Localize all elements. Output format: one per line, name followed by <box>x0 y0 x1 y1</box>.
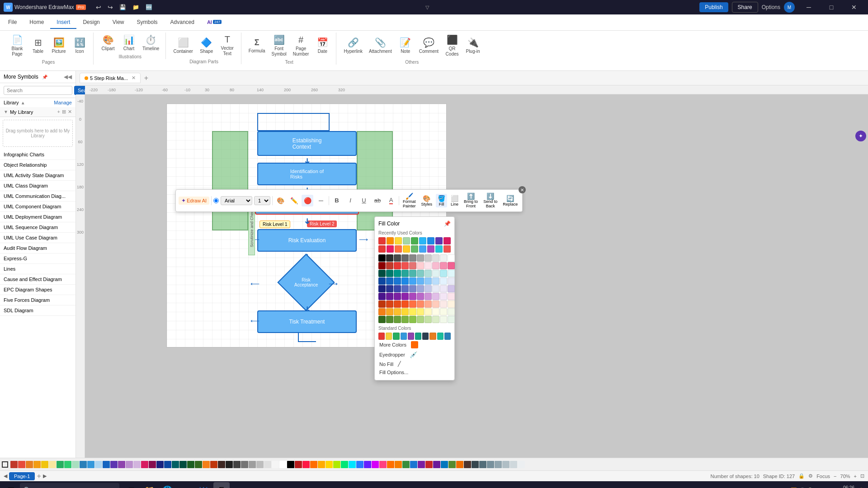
search-input[interactable] <box>4 86 72 95</box>
windows-start-button[interactable]: ⊞ <box>4 483 18 488</box>
palette-color-swatch[interactable] <box>386 293 393 300</box>
color-bar-swatch[interactable] <box>310 461 317 468</box>
palette-color-swatch[interactable] <box>409 277 416 285</box>
underline-button[interactable]: U <box>358 195 370 206</box>
toolbar-close-button[interactable]: ✕ <box>519 186 526 193</box>
edraw-app[interactable]: E <box>213 482 230 488</box>
palette-color-swatch[interactable] <box>448 254 455 262</box>
fit-page-button[interactable]: ⊡ <box>860 473 864 479</box>
color-bar-swatch[interactable] <box>295 461 302 468</box>
color-bar-swatch[interactable] <box>187 461 194 468</box>
picture-button[interactable]: 🖼️ Picture <box>49 35 69 56</box>
strikethrough-button[interactable]: ab <box>372 195 383 206</box>
palette-color-swatch[interactable] <box>425 277 432 285</box>
page-1-tab[interactable]: Page-1 <box>9 472 35 480</box>
fc-tisk-treatment[interactable]: Tisk Treatment <box>257 310 357 333</box>
fc-side-right[interactable] <box>357 131 393 230</box>
color-bar-swatch[interactable] <box>226 461 233 468</box>
my-library-close-icon[interactable]: ✕ <box>68 109 72 115</box>
page-nav-left[interactable]: ◀ <box>4 473 7 479</box>
shape-button[interactable]: 🔷 Shape <box>197 35 217 56</box>
standard-color-swatch[interactable] <box>415 333 421 340</box>
recently-used-color-swatch[interactable] <box>435 245 443 253</box>
palette-color-swatch[interactable] <box>386 300 393 308</box>
color-bar-swatch[interactable] <box>287 461 294 468</box>
container-button[interactable]: ⬜ Container <box>170 35 195 56</box>
palette-color-swatch[interactable] <box>425 300 432 308</box>
my-library-grid-icon[interactable]: ⊞ <box>62 109 66 115</box>
palette-color-swatch[interactable] <box>425 254 432 262</box>
palette-color-swatch[interactable] <box>386 285 393 292</box>
zoom-out-button[interactable]: − <box>834 474 836 479</box>
icon-button[interactable]: 🔣 Icon <box>70 35 90 56</box>
color-bar-swatch[interactable] <box>26 461 33 468</box>
focus-mode[interactable]: Focus <box>816 474 830 479</box>
color-bar-swatch[interactable] <box>356 461 363 468</box>
fill-button[interactable]: 🪣 Fill <box>436 194 447 207</box>
palette-color-swatch[interactable] <box>425 270 432 277</box>
fc-establishing-context[interactable]: EstablishingContext <box>257 131 357 156</box>
sidebar-item-five-forces[interactable]: Five Forces Diagram ✕ <box>0 295 75 305</box>
font-size-selector[interactable]: 13 <box>254 196 270 205</box>
palette-color-swatch[interactable] <box>417 277 424 285</box>
color-bar-swatch[interactable] <box>518 461 525 468</box>
color-bar-swatch[interactable] <box>118 461 125 468</box>
palette-color-swatch[interactable] <box>386 316 393 323</box>
palette-color-swatch[interactable] <box>417 316 424 323</box>
standard-color-swatch[interactable] <box>408 333 414 340</box>
color-bar-swatch[interactable] <box>64 461 71 468</box>
palette-color-swatch[interactable] <box>386 270 393 277</box>
recently-used-color-swatch[interactable] <box>411 237 418 244</box>
tab-design[interactable]: Design <box>76 16 106 29</box>
color-bar-swatch[interactable] <box>57 461 64 468</box>
palette-color-swatch[interactable] <box>401 254 409 262</box>
formula-button[interactable]: Σ Formula <box>246 36 268 56</box>
color-bar-swatch[interactable] <box>41 461 48 468</box>
palette-color-swatch[interactable] <box>440 316 447 323</box>
sidebar-item-infographic-charts[interactable]: Infographic Charts ✕ <box>0 150 75 160</box>
color-bar-swatch[interactable] <box>249 461 256 468</box>
palette-color-swatch[interactable] <box>448 316 455 323</box>
font-selector[interactable]: Arial <box>221 196 252 205</box>
sidebar-item-uml-sequence[interactable]: UML Sequence Diagram ✕ <box>0 222 75 233</box>
palette-color-swatch[interactable] <box>440 254 447 262</box>
standard-color-swatch[interactable] <box>378 333 385 340</box>
palette-color-swatch[interactable] <box>401 262 409 269</box>
color-bar-swatch[interactable] <box>464 461 471 468</box>
color-bar-swatch[interactable] <box>502 461 509 468</box>
sidebar-item-object-relationship[interactable]: Object Relationship ✕ <box>0 160 75 170</box>
palette-color-swatch[interactable] <box>409 270 416 277</box>
color-bar-swatch[interactable] <box>141 461 148 468</box>
recently-used-color-swatch[interactable] <box>403 237 410 244</box>
replace-button[interactable]: 🔄 Replace <box>501 194 519 207</box>
palette-color-swatch[interactable] <box>448 270 455 277</box>
palette-color-swatch[interactable] <box>394 270 401 277</box>
plugin-button[interactable]: 🔌 Plug-in <box>463 35 483 56</box>
color-bar-swatch[interactable] <box>395 461 402 468</box>
palette-color-swatch[interactable] <box>432 300 439 308</box>
standard-color-swatch[interactable] <box>437 333 443 340</box>
palette-color-swatch[interactable] <box>386 277 393 285</box>
palette-color-swatch[interactable] <box>394 293 401 300</box>
tab-close-icon[interactable]: ✕ <box>132 75 136 81</box>
fill-options-button[interactable]: Fill Options... <box>378 368 451 376</box>
bring-to-front-button[interactable]: ⬆️ Bring toFront <box>462 192 480 210</box>
tab-advanced[interactable]: Advanced <box>164 16 201 29</box>
attachment-button[interactable]: 📎 Attachment <box>366 35 395 56</box>
sidebar-item-sdl-diagram[interactable]: SDL Diagram ✕ <box>0 305 75 316</box>
tab-file[interactable]: File <box>2 16 23 29</box>
sidebar-item-uml-component[interactable]: UML Component Diagram ✕ <box>0 202 75 212</box>
palette-color-swatch[interactable] <box>432 293 439 300</box>
chrome-app[interactable]: ● <box>177 482 193 488</box>
styles-button[interactable]: 🎨 Styles <box>420 194 434 207</box>
sidebar-item-cause-effect[interactable]: Cause and Effect Diagram ✕ <box>0 274 75 285</box>
palette-color-swatch[interactable] <box>401 277 409 285</box>
color-bar-swatch[interactable] <box>218 461 225 468</box>
task-view-button[interactable]: ⊟ <box>123 482 139 488</box>
eyedropper-icon[interactable]: ✏️ <box>288 195 300 206</box>
palette-color-swatch[interactable] <box>409 254 416 262</box>
palette-color-swatch[interactable] <box>417 308 424 315</box>
palette-color-swatch[interactable] <box>409 262 416 269</box>
palette-color-swatch[interactable] <box>440 300 447 308</box>
color-bar-swatch[interactable] <box>510 461 517 468</box>
